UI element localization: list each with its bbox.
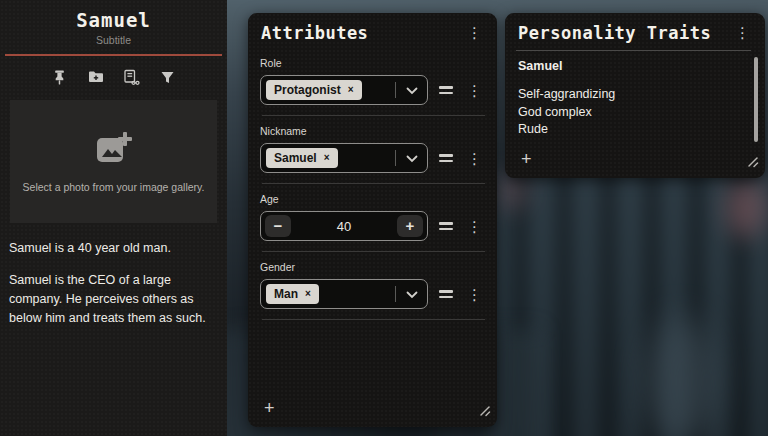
filter-icon	[160, 70, 175, 85]
resize-handle-icon[interactable]	[746, 154, 759, 172]
panel-menu-button[interactable]: ⋮	[730, 23, 755, 42]
input-separator	[395, 286, 396, 302]
folder-plus-icon	[87, 68, 105, 86]
field-menu-button[interactable]: ⋮	[462, 217, 487, 236]
pin-button[interactable]	[49, 66, 71, 88]
chevron-down-icon	[406, 81, 418, 99]
description-paragraph: Samuel is a 40 year old man.	[9, 239, 218, 258]
drag-handle-icon[interactable]	[438, 219, 454, 233]
role-tag-select[interactable]: Protagonist ×	[260, 75, 428, 105]
kebab-icon: ⋮	[467, 150, 482, 167]
photo-placeholder[interactable]: Select a photo from your image gallery.	[10, 100, 217, 223]
background-pink-glow	[726, 178, 766, 238]
panel-menu-button[interactable]: ⋮	[462, 23, 487, 42]
attribute-row-role: Role Protagonist ×	[248, 57, 497, 116]
input-separator	[395, 150, 396, 166]
row-divider	[262, 183, 485, 184]
decrement-button[interactable]: −	[265, 215, 291, 237]
background-light-glow	[646, 316, 716, 436]
resize-handle-icon[interactable]	[478, 403, 491, 421]
filter-button[interactable]	[157, 66, 179, 88]
drag-handle-icon[interactable]	[438, 151, 454, 165]
kebab-icon: ⋮	[467, 82, 482, 99]
nickname-tag-select[interactable]: Samuel ×	[260, 143, 428, 173]
templates-button[interactable]	[121, 66, 143, 88]
kebab-icon: ⋮	[467, 218, 482, 235]
age-stepper: − 40 +	[260, 211, 428, 241]
kebab-icon: ⋮	[735, 24, 750, 41]
attribute-row-gender: Gender Man ×	[248, 261, 497, 320]
tag-remove-icon[interactable]: ×	[305, 289, 311, 299]
attribute-label: Age	[260, 193, 487, 205]
trait-list: Self-aggrandizing God complex Rude	[518, 86, 747, 139]
attributes-panel: Attributes ⋮ Role Protagonist ×	[248, 13, 497, 427]
field-menu-button[interactable]: ⋮	[462, 285, 487, 304]
trait-item: Self-aggrandizing	[518, 86, 747, 104]
row-divider	[262, 115, 485, 116]
tag-chip[interactable]: Man ×	[266, 284, 319, 304]
gender-tag-select[interactable]: Man ×	[260, 279, 428, 309]
add-trait-button[interactable]: +	[515, 147, 538, 172]
tag-remove-icon[interactable]: ×	[348, 85, 354, 95]
drag-handle-icon[interactable]	[438, 83, 454, 97]
add-attribute-button[interactable]: +	[258, 396, 281, 421]
app-window: Samuel Subtitle	[0, 0, 768, 436]
personality-traits-panel: Personality Traits ⋮ Samuel Self-aggrand…	[505, 13, 765, 178]
drag-handle-icon[interactable]	[438, 287, 454, 301]
field-menu-button[interactable]: ⋮	[462, 81, 487, 100]
scrollbar-thumb[interactable]	[754, 57, 758, 142]
attributes-panel-title: Attributes	[261, 23, 368, 43]
attribute-label: Gender	[260, 261, 487, 273]
photo-placeholder-caption: Select a photo from your image gallery.	[23, 181, 205, 193]
character-subtitle-field[interactable]: Subtitle	[0, 34, 227, 46]
increment-button[interactable]: +	[397, 215, 423, 237]
add-image-icon	[93, 130, 135, 172]
trait-item: God complex	[518, 104, 747, 122]
input-separator	[395, 82, 396, 98]
age-value[interactable]: 40	[291, 219, 397, 234]
character-title-field[interactable]: Samuel	[0, 9, 227, 31]
tag-label: Samuel	[274, 151, 317, 165]
tag-label: Protagonist	[274, 83, 341, 97]
accent-divider	[5, 54, 222, 56]
tag-chip[interactable]: Samuel ×	[266, 148, 338, 168]
tag-label: Man	[274, 287, 298, 301]
character-description-editor[interactable]: Samuel is a 40 year old man. Samuel is t…	[0, 233, 227, 328]
field-menu-button[interactable]: ⋮	[462, 149, 487, 168]
character-sidebar: Samuel Subtitle	[0, 0, 227, 436]
template-icon	[122, 68, 141, 87]
pin-icon	[51, 69, 68, 86]
add-to-folder-button[interactable]	[85, 66, 107, 88]
dropdown-toggle[interactable]	[402, 284, 422, 304]
personality-panel-title: Personality Traits	[518, 23, 711, 43]
row-divider	[262, 251, 485, 252]
attribute-rows: Role Protagonist ×	[248, 57, 497, 320]
attribute-label: Role	[260, 57, 487, 69]
sidebar-toolbar	[0, 64, 227, 90]
chevron-down-icon	[406, 149, 418, 167]
description-paragraph: Samuel is the CEO of a large company. He…	[9, 271, 218, 328]
personality-editor[interactable]: Samuel Self-aggrandizing God complex Rud…	[505, 51, 765, 139]
personality-heading: Samuel	[518, 59, 747, 73]
kebab-icon: ⋮	[467, 24, 482, 41]
attribute-row-nickname: Nickname Samuel ×	[248, 125, 497, 184]
trait-item: Rude	[518, 121, 747, 139]
tag-chip[interactable]: Protagonist ×	[266, 80, 362, 100]
tag-remove-icon[interactable]: ×	[324, 153, 330, 163]
attributes-panel-header: Attributes ⋮	[248, 13, 497, 43]
attribute-label: Nickname	[260, 125, 487, 137]
chevron-down-icon	[406, 285, 418, 303]
personality-panel-header: Personality Traits ⋮	[505, 13, 765, 43]
kebab-icon: ⋮	[467, 286, 482, 303]
dropdown-toggle[interactable]	[402, 80, 422, 100]
row-divider	[262, 319, 485, 320]
attribute-row-age: Age − 40 + ⋮	[248, 193, 497, 252]
dropdown-toggle[interactable]	[402, 148, 422, 168]
